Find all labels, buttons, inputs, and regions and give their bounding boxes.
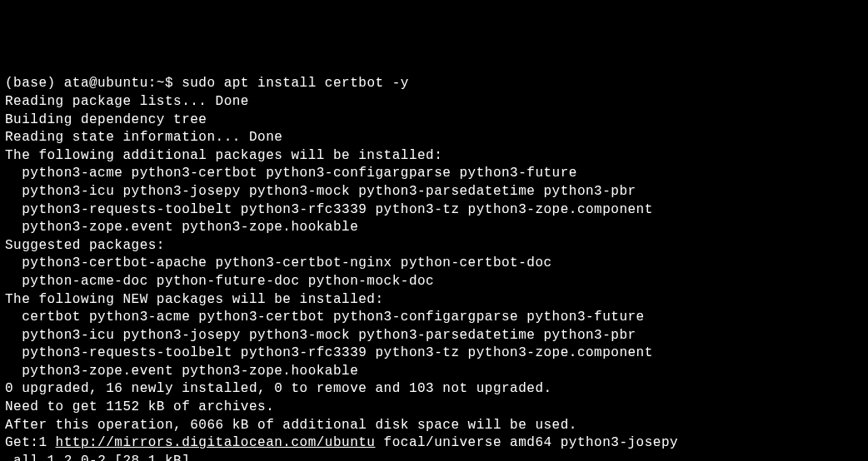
output-line: Reading package lists... Done — [5, 93, 863, 112]
output-line: The following NEW packages will be insta… — [5, 291, 863, 310]
output-line: python3-zope.event python3-zope.hookable — [5, 219, 863, 237]
output-line: python3-requests-toolbelt python3-rfc333… — [5, 345, 863, 363]
output-line: certbot python3-acme python3-certbot pyt… — [5, 309, 863, 327]
output-line: 0 upgraded, 16 newly installed, 0 to rem… — [5, 380, 863, 399]
terminal-output: (base) ata@ubuntu:~$ sudo apt install ce… — [5, 75, 863, 461]
mirror-url: http://mirrors.digitalocean.com/ubuntu — [56, 435, 376, 450]
output-line: The following additional packages will b… — [5, 147, 863, 166]
get-prefix: Get:1 — [5, 435, 56, 450]
download-line-cont: all 1.2.0-2 [28.1 kB] — [5, 453, 863, 461]
output-line: Suggested packages: — [5, 237, 863, 255]
output-line: python3-zope.event python3-zope.hookable — [5, 363, 863, 381]
prompt-line: (base) ata@ubuntu:~$ sudo apt install ce… — [5, 75, 863, 93]
output-line: python3-icu python3-josepy python3-mock … — [5, 327, 863, 345]
output-line: python3-acme python3-certbot python3-con… — [5, 165, 863, 183]
shell-prompt: (base) ata@ubuntu:~$ — [5, 76, 182, 91]
output-line: After this operation, 6066 kB of additio… — [5, 417, 863, 435]
output-line: Building dependency tree — [5, 112, 863, 130]
get-suffix: focal/universe amd64 python3-josepy — [375, 435, 678, 450]
output-line: python3-certbot-apache python3-certbot-n… — [5, 255, 863, 273]
output-line: Reading state information... Done — [5, 129, 863, 147]
download-line: Get:1 http://mirrors.digitalocean.com/ub… — [5, 434, 863, 453]
output-line: python-acme-doc python-future-doc python… — [5, 273, 863, 291]
output-line: Need to get 1152 kB of archives. — [5, 399, 863, 417]
command-text[interactable]: sudo apt install certbot -y — [182, 76, 409, 91]
output-line: python3-icu python3-josepy python3-mock … — [5, 183, 863, 201]
output-line: python3-requests-toolbelt python3-rfc333… — [5, 201, 863, 220]
